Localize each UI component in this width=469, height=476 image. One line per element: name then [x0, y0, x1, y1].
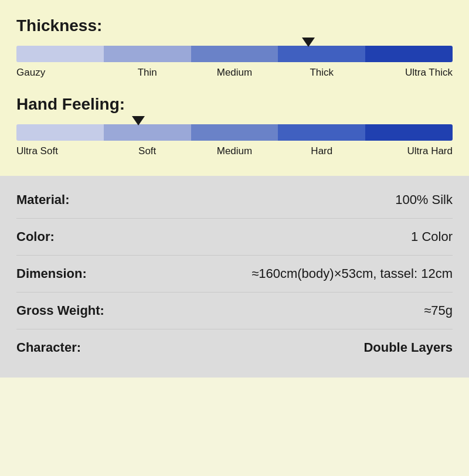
slider-label: Thin [104, 67, 191, 79]
hand-feeling-title: Hand Feeling: [16, 95, 453, 114]
bottom-section: Material:100% SilkColor:1 ColorDimension… [0, 176, 469, 378]
slider-segment [365, 124, 453, 141]
hand-feeling-slider-container [16, 124, 453, 141]
spec-label: Gross Weight: [16, 303, 104, 318]
slider-label: Medium [191, 145, 278, 157]
slider-segment [104, 124, 191, 141]
slider-segment [104, 46, 191, 62]
slider-segment [16, 46, 104, 62]
thickness-bar [16, 46, 453, 62]
slider-label: Ultra Soft [16, 145, 104, 157]
slider-segment [191, 46, 278, 62]
slider-label: Gauzy [16, 67, 104, 79]
spec-value: 100% Silk [395, 192, 453, 208]
spec-row: Character:Double Layers [16, 329, 453, 366]
spec-row: Gross Weight:≈75g [16, 293, 453, 329]
spec-row: Material:100% Silk [16, 182, 453, 219]
thickness-labels: GauzyThinMediumThickUltra Thick [16, 67, 453, 79]
spec-label: Character: [16, 340, 81, 355]
spec-label: Material: [16, 192, 69, 208]
thickness-section: Thickness: GauzyThinMediumThickUltra Thi… [16, 16, 453, 79]
spec-value: ≈75g [424, 303, 453, 318]
thickness-marker [302, 38, 315, 47]
spec-value: ≈160cm(body)×53cm, tassel: 12cm [252, 266, 453, 281]
slider-segment [365, 46, 453, 62]
hand-feeling-section: Hand Feeling: Ultra SoftSoftMediumHardUl… [16, 95, 453, 157]
hand-feeling-marker [132, 116, 145, 125]
slider-label: Hard [278, 145, 365, 157]
hand-feeling-labels: Ultra SoftSoftMediumHardUltra Hard [16, 145, 453, 157]
hand-feeling-bar [16, 124, 453, 141]
spec-label: Dimension: [16, 266, 87, 281]
spec-value: 1 Color [411, 229, 453, 244]
spec-label: Color: [16, 229, 55, 244]
spec-row: Color:1 Color [16, 219, 453, 256]
slider-label: Ultra Thick [365, 67, 453, 79]
spec-row: Dimension:≈160cm(body)×53cm, tassel: 12c… [16, 256, 453, 293]
thickness-title: Thickness: [16, 16, 453, 35]
spec-value: Double Layers [363, 340, 453, 355]
thickness-slider-container [16, 46, 453, 62]
slider-segment [278, 124, 365, 141]
slider-label: Medium [191, 67, 278, 79]
slider-segment [16, 124, 104, 141]
slider-label: Ultra Hard [365, 145, 453, 157]
slider-label: Soft [104, 145, 191, 157]
slider-label: Thick [278, 67, 365, 79]
slider-segment [191, 124, 278, 141]
slider-segment [278, 46, 365, 62]
top-section: Thickness: GauzyThinMediumThickUltra Thi… [0, 0, 469, 176]
